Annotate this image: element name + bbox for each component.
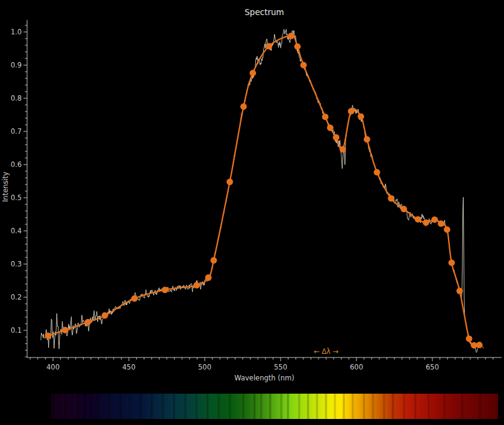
- x-tick-label: 650: [426, 363, 439, 371]
- spectrum-colorbar: [51, 394, 498, 419]
- data-point-marker: [131, 295, 138, 302]
- data-point-marker: [431, 216, 438, 223]
- data-point-marker: [266, 43, 272, 49]
- data-point-marker: [85, 319, 92, 326]
- data-point-marker: [449, 259, 455, 266]
- data-point-marker: [322, 113, 329, 120]
- x-tick-label: 400: [46, 363, 60, 371]
- delta-lambda-annotation: ← Δλ →: [314, 347, 339, 356]
- data-point-marker: [240, 103, 247, 110]
- data-point-marker: [438, 221, 444, 227]
- data-point-marker: [444, 226, 450, 233]
- smoothed-spectrum-line: [48, 36, 479, 346]
- data-point-marker: [423, 219, 429, 226]
- data-point-marker: [102, 312, 108, 319]
- data-point-marker: [348, 108, 355, 115]
- y-tick-label: 0.8: [11, 94, 22, 102]
- data-point-marker: [193, 282, 200, 289]
- y-tick-label: 0.3: [11, 260, 22, 268]
- x-axis-label: Wavelength (nm): [234, 374, 294, 382]
- y-axis-label: Intensity: [1, 172, 10, 202]
- data-point-marker: [388, 195, 394, 202]
- x-tick-label: 550: [274, 363, 287, 371]
- data-point-marker: [45, 332, 52, 339]
- data-point-marker: [211, 257, 217, 264]
- spectrum-figure: Spectrum 4004505005506006500.10.20.30.40…: [0, 0, 504, 425]
- y-tick-label: 0.5: [11, 194, 22, 202]
- data-point-marker: [466, 335, 473, 342]
- axes: 4004505005506006500.10.20.30.40.50.60.70…: [11, 20, 502, 371]
- y-tick-label: 1.0: [11, 28, 22, 36]
- data-point-marker: [374, 169, 381, 175]
- data-point-marker: [364, 136, 370, 143]
- x-tick-label: 500: [198, 363, 211, 371]
- data-point-marker: [162, 287, 169, 294]
- data-point-marker: [333, 134, 340, 141]
- raw-spectrum-line: [41, 29, 484, 352]
- smoothed-spectrum-markers: [45, 33, 483, 348]
- data-point-marker: [205, 274, 212, 281]
- data-point-marker: [327, 125, 334, 131]
- y-tick-label: 0.2: [11, 293, 22, 301]
- x-axis: 400450500550600650: [30, 357, 493, 371]
- y-tick-label: 0.7: [11, 127, 22, 136]
- data-point-marker: [62, 327, 69, 333]
- spectrum-plot: 4004505005506006500.10.20.30.40.50.60.70…: [0, 0, 504, 392]
- data-point-marker: [358, 113, 364, 120]
- x-tick-label: 600: [350, 363, 363, 371]
- data-point-marker: [300, 62, 307, 69]
- y-axis: 0.10.20.30.40.50.60.70.80.91.0: [11, 25, 27, 357]
- x-tick-label: 450: [122, 363, 135, 371]
- data-point-marker: [476, 342, 483, 348]
- data-point-marker: [288, 33, 294, 39]
- data-point-marker: [456, 288, 463, 294]
- data-point-marker: [415, 216, 422, 222]
- data-point-marker: [400, 206, 407, 212]
- data-point-marker: [226, 178, 233, 185]
- y-tick-label: 0.9: [11, 61, 22, 69]
- data-point-marker: [250, 70, 257, 77]
- y-tick-label: 0.1: [11, 326, 22, 335]
- y-tick-label: 0.4: [11, 227, 22, 235]
- y-tick-label: 0.6: [11, 160, 22, 169]
- data-point-marker: [294, 43, 301, 50]
- data-point-marker: [340, 146, 346, 153]
